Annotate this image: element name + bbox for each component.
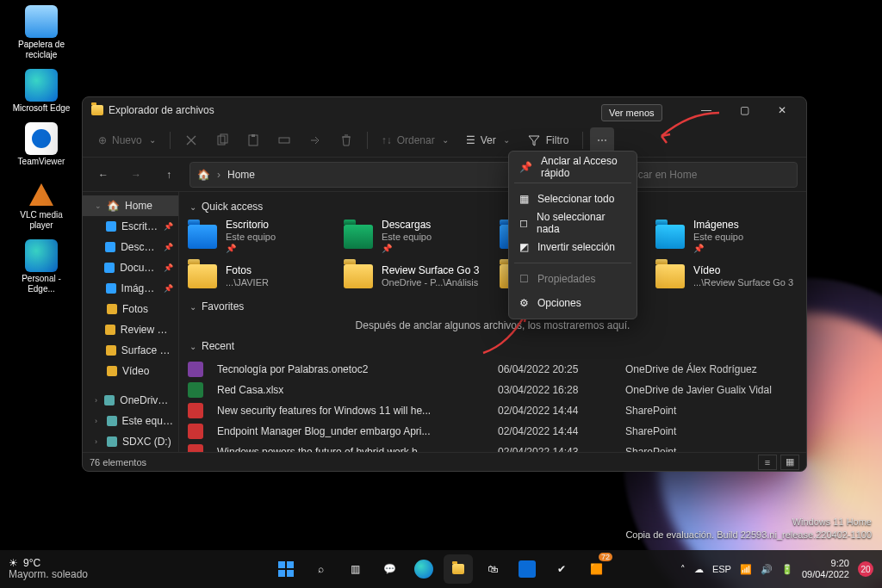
window-title: Explorador de archivos xyxy=(109,104,214,116)
search-input[interactable] xyxy=(620,169,790,181)
nav-item[interactable]: Surface Go 3 xyxy=(83,340,178,361)
taskbar-search[interactable]: ⌕ xyxy=(306,554,335,584)
tray-onedrive-icon[interactable]: ☁ xyxy=(694,564,704,575)
menu-invert-selection[interactable]: ◩Invertir selección xyxy=(512,235,633,259)
nav-pane[interactable]: ⌄🏠 Home Escritorio📌Descargas📌Documentos📌… xyxy=(83,192,179,452)
quick-access-tile[interactable]: ImágenesEste equipo📌 xyxy=(655,220,798,254)
taskbar-todo[interactable]: ✔ xyxy=(547,554,576,584)
notification-badge[interactable]: 20 xyxy=(858,561,873,577)
copy-icon xyxy=(215,133,229,147)
copy-button[interactable] xyxy=(208,127,236,153)
item-count: 76 elementos xyxy=(90,457,146,467)
group-favorites[interactable]: Favorites xyxy=(189,300,798,313)
quick-access-tile[interactable]: Review Surface Go 3OneDrive - P...\Análi… xyxy=(344,259,486,294)
view-button[interactable]: ☰ Ver xyxy=(459,127,517,153)
recent-row[interactable]: Red Casa.xlsx03/04/2022 16:28OneDrive de… xyxy=(188,380,798,400)
nav-item[interactable]: Review Surface xyxy=(83,319,178,340)
nav-item[interactable]: Fotos xyxy=(83,299,178,319)
menu-pin-quick-access[interactable]: 📌Anclar al Acceso rápido xyxy=(512,155,633,179)
tray-battery-icon[interactable]: 🔋 xyxy=(781,564,793,575)
forward-button[interactable]: → xyxy=(124,163,148,187)
folder-icon xyxy=(188,225,217,249)
recent-row[interactable]: Windows powers the future of hybrid work… xyxy=(188,442,798,452)
more-menu: 📌Anclar al Acceso rápido ▦Seleccionar to… xyxy=(508,151,637,319)
nav-root[interactable]: ›Este equipo xyxy=(83,411,178,431)
tooltip-see-more: Ver menos xyxy=(601,104,662,121)
svg-rect-4 xyxy=(279,138,289,143)
file-icon xyxy=(188,444,203,452)
folder-icon xyxy=(91,105,103,115)
desktop-icon-edge-personal[interactable]: Personal - Edge... xyxy=(9,239,74,294)
menu-select-none[interactable]: ◻No seleccionar nada xyxy=(512,211,633,235)
weather-widget[interactable]: ☀9°C Mayorm. soleado xyxy=(9,558,88,580)
recent-row[interactable]: Tecnología por Palabras.onetoc206/04/202… xyxy=(188,359,798,380)
back-button[interactable]: ← xyxy=(91,163,115,187)
quick-access-tile[interactable]: EscritorioEste equipo📌 xyxy=(188,220,330,254)
quick-access-tile[interactable]: Fotos...\JAVIER xyxy=(188,259,330,294)
quick-access-tile[interactable]: DescargasEste equipo📌 xyxy=(344,220,486,254)
taskbar-chat[interactable]: 💬 xyxy=(375,554,404,584)
taskbar-edge[interactable] xyxy=(409,554,438,584)
maximize-button[interactable]: ▢ xyxy=(725,98,763,122)
svg-rect-7 xyxy=(278,570,285,577)
sort-button[interactable]: ↑↓ Ordenar xyxy=(375,127,456,153)
delete-button[interactable] xyxy=(332,127,360,153)
start-button[interactable] xyxy=(271,554,301,584)
gear-icon: ⚙ xyxy=(519,297,529,309)
desktop-icon-teamviewer[interactable]: TeamViewer xyxy=(9,122,74,167)
up-button[interactable]: ↑ xyxy=(157,163,181,187)
share-icon xyxy=(308,133,322,147)
edge-icon xyxy=(25,69,58,102)
filter-icon xyxy=(527,133,541,147)
svg-rect-8 xyxy=(287,570,294,577)
menu-select-all[interactable]: ▦Seleccionar todo xyxy=(512,187,633,211)
tray-clock[interactable]: 9:20 09/04/2022 xyxy=(802,558,849,580)
desktop-icon-edge[interactable]: Microsoft Edge xyxy=(9,69,74,114)
nav-item[interactable]: Documentos📌 xyxy=(83,257,178,278)
tray-volume-icon[interactable]: 🔊 xyxy=(761,564,773,575)
windows-icon xyxy=(277,560,295,578)
address-bar[interactable]: 🏠 › Home xyxy=(189,162,558,188)
menu-properties[interactable]: ☐Propiedades xyxy=(512,267,633,291)
recent-row[interactable]: Endpoint Manager Blog_under embargo Apri… xyxy=(188,421,798,442)
select-none-icon: ◻ xyxy=(519,217,528,229)
paste-button[interactable] xyxy=(239,127,267,153)
group-recent[interactable]: Recent xyxy=(189,340,798,352)
quick-access-tile[interactable]: Vídeo...\Review Surface Go 3 xyxy=(655,259,798,294)
titlebar[interactable]: Explorador de archivos — ▢ ✕ xyxy=(83,97,806,123)
desktop-icon-recycle-bin[interactable]: Papelera de reciclaje xyxy=(9,5,74,60)
taskbar-explorer[interactable] xyxy=(444,554,473,584)
tray-wifi-icon[interactable]: 📶 xyxy=(740,564,752,575)
nav-item[interactable]: Escritorio📌 xyxy=(83,216,178,237)
group-quick-access[interactable]: Quick access xyxy=(189,201,798,213)
nav-root[interactable]: ›SDXC (D:) xyxy=(83,431,178,452)
nav-home[interactable]: ⌄🏠 Home xyxy=(83,195,178,216)
tray-language[interactable]: ESP xyxy=(712,564,731,574)
recent-row[interactable]: New security features for Windows 11 wil… xyxy=(188,400,798,421)
cut-button[interactable] xyxy=(177,127,205,153)
menu-options[interactable]: ⚙Opciones xyxy=(512,291,633,315)
close-button[interactable]: ✕ xyxy=(763,98,801,122)
taskbar-outlook[interactable] xyxy=(512,554,542,584)
minimize-button[interactable]: — xyxy=(687,98,725,122)
share-button[interactable] xyxy=(301,127,329,153)
desktop-icon-vlc[interactable]: VLC media player xyxy=(9,176,74,231)
new-button[interactable]: ⊕Nuevo xyxy=(91,127,163,153)
taskbar-app[interactable]: 🟧72 xyxy=(581,554,611,584)
view-tiles-button[interactable]: ▦ xyxy=(780,455,799,470)
rename-button[interactable] xyxy=(270,127,298,153)
nav-item[interactable]: Imágenes📌 xyxy=(83,278,178,299)
scissors-icon xyxy=(184,133,198,147)
nav-item[interactable]: Descargas📌 xyxy=(83,237,178,257)
nav-item[interactable]: Vídeo xyxy=(83,361,178,381)
tray-chevron-icon[interactable]: ˄ xyxy=(680,564,686,575)
taskbar-store[interactable]: 🛍 xyxy=(478,554,507,584)
taskbar-taskview[interactable]: ▥ xyxy=(340,554,370,584)
see-more-button[interactable]: ⋯ xyxy=(590,127,614,153)
filter-button[interactable]: Filtro xyxy=(520,127,576,153)
svg-rect-3 xyxy=(252,134,255,137)
nav-root[interactable]: ›OneDrive - Perso xyxy=(83,390,178,411)
content-pane[interactable]: Quick access EscritorioEste equipo📌Desca… xyxy=(179,192,806,452)
folder-icon xyxy=(344,225,373,249)
view-details-button[interactable]: ≡ xyxy=(758,455,777,470)
